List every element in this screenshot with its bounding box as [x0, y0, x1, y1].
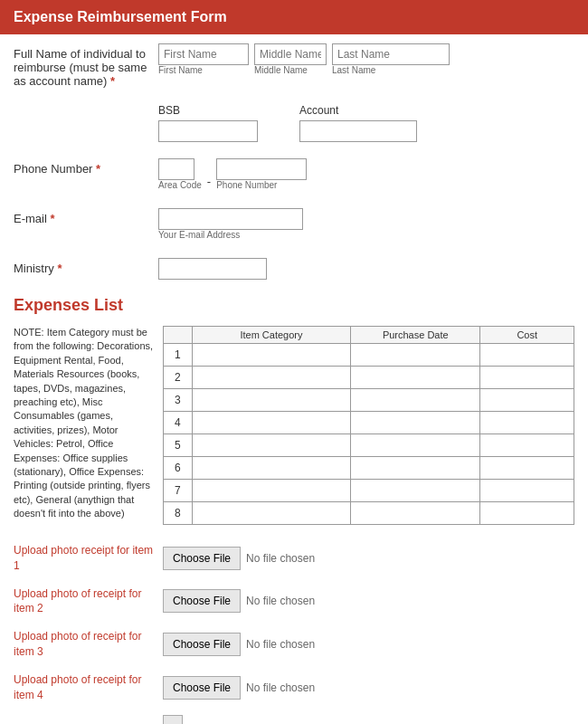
row-num-2: 2 [164, 367, 193, 389]
phone-number-input[interactable] [216, 158, 307, 180]
expenses-table: Item Category Purchase Date Cost 1 2 3 4… [163, 326, 574, 525]
category-input-1[interactable] [195, 346, 347, 364]
row-num-4: 4 [164, 412, 193, 434]
category-cell-6 [192, 457, 350, 480]
bsb-account-row: BSB Account [14, 104, 574, 142]
category-cell-5 [192, 434, 350, 457]
category-input-2[interactable] [195, 368, 347, 386]
expenses-list-title: Expenses List [14, 296, 574, 315]
cost-input-2[interactable] [483, 368, 571, 386]
col-category-header: Item Category [192, 327, 350, 344]
choose-file-btn-4[interactable]: Choose File [163, 676, 241, 700]
cost-cell-6 [480, 457, 574, 480]
email-label: E-mail * [14, 208, 158, 225]
account-input[interactable] [299, 120, 417, 142]
account-group: Account [299, 104, 417, 142]
cost-input-6[interactable] [483, 459, 571, 477]
category-input-4[interactable] [195, 414, 347, 432]
first-name-input[interactable] [158, 43, 249, 65]
bsb-input[interactable] [158, 120, 258, 142]
date-input-4[interactable] [354, 414, 477, 432]
cost-cell-5 [480, 434, 574, 457]
cost-cell-2 [480, 367, 574, 389]
date-input-5[interactable] [354, 436, 477, 454]
date-input-2[interactable] [354, 368, 477, 386]
phone-inputs: Area Code - Phone Number [158, 158, 574, 192]
upload-row-4: Upload photo of receipt for item 4 Choos… [14, 672, 574, 703]
cost-input-3[interactable] [483, 391, 571, 409]
cost-input-1[interactable] [483, 346, 571, 364]
bsb-account-inputs: BSB Account [158, 104, 574, 142]
table-row: 2 [164, 367, 574, 389]
ministry-row: Ministry * Anthem [14, 258, 574, 280]
table-row: 8 [164, 502, 574, 525]
first-name-group: First Name [158, 43, 249, 77]
phone-row: Phone Number * Area Code - Phone Number [14, 158, 574, 192]
cost-input-7[interactable] [483, 481, 571, 500]
row-num-5: 5 [164, 434, 193, 457]
row-num-8: 8 [164, 502, 193, 525]
category-input-8[interactable] [195, 504, 347, 522]
cost-cell-1 [480, 344, 574, 367]
row-num-1: 1 [164, 344, 193, 367]
page-title: Expense Reimbursement Form [14, 9, 227, 24]
ministry-inputs: Anthem [158, 258, 574, 280]
category-input-5[interactable] [195, 436, 347, 454]
date-cell-8 [351, 502, 480, 525]
upload-label-4: Upload photo of receipt for item 4 [14, 672, 154, 703]
date-input-1[interactable] [354, 346, 477, 364]
choose-file-btn-5[interactable] [163, 715, 183, 724]
phone-number-label: Phone Number [216, 180, 307, 190]
date-cell-7 [351, 480, 480, 502]
upload-label-3: Upload photo of receipt for item 3 [14, 629, 154, 660]
table-row: 3 [164, 389, 574, 412]
cost-input-5[interactable] [483, 436, 571, 454]
date-input-7[interactable] [354, 481, 477, 500]
cost-cell-4 [480, 412, 574, 434]
category-input-3[interactable] [195, 391, 347, 409]
file-input-wrapper-2: Choose File No file chosen [163, 589, 315, 613]
category-input-7[interactable] [195, 481, 347, 500]
first-name-label: First Name [158, 65, 249, 75]
choose-file-btn-2[interactable]: Choose File [163, 589, 241, 613]
date-input-6[interactable] [354, 459, 477, 477]
cost-cell-3 [480, 389, 574, 412]
category-cell-2 [192, 367, 350, 389]
last-name-group: Last Name [332, 43, 450, 77]
cost-input-4[interactable] [483, 414, 571, 432]
choose-file-btn-3[interactable]: Choose File [163, 633, 241, 656]
file-input-wrapper-4: Choose File No file chosen [163, 676, 315, 700]
date-input-8[interactable] [354, 504, 477, 522]
category-cell-4 [192, 412, 350, 434]
table-row: 4 [164, 412, 574, 434]
category-input-6[interactable] [195, 459, 347, 477]
date-cell-3 [351, 389, 480, 412]
middle-name-input[interactable] [254, 43, 327, 65]
last-name-input[interactable] [332, 43, 450, 65]
ministry-input[interactable]: Anthem [158, 258, 267, 280]
file-input-wrapper-1: Choose File No file chosen [163, 547, 315, 570]
email-group: Your E-mail Address [158, 208, 303, 242]
bsb-label: BSB [158, 104, 258, 117]
file-status-3: No file chosen [246, 638, 315, 651]
row-num-3: 3 [164, 389, 193, 412]
upload-label-1: Upload photo receipt for item 1 [14, 543, 154, 574]
cost-input-8[interactable] [483, 504, 571, 522]
cost-cell-8 [480, 502, 574, 525]
category-cell-3 [192, 389, 350, 412]
area-code-input[interactable] [158, 158, 194, 180]
choose-file-btn-1[interactable]: Choose File [163, 547, 241, 570]
file-status-2: No file chosen [246, 595, 315, 607]
date-input-3[interactable] [354, 391, 477, 409]
note-text: NOTE: Item Category must be from the fol… [14, 326, 154, 525]
email-row: E-mail * Your E-mail Address [14, 208, 574, 242]
area-code-group: Area Code [158, 158, 202, 192]
account-label: Account [299, 104, 417, 117]
date-cell-2 [351, 367, 480, 389]
upload-row-3: Upload photo of receipt for item 3 Choos… [14, 629, 574, 660]
form-content: Full Name of individual to reimburse (mu… [0, 34, 588, 724]
email-input[interactable] [158, 208, 303, 230]
bsb-account-spacer [14, 104, 158, 108]
date-cell-5 [351, 434, 480, 457]
last-name-label: Last Name [332, 65, 450, 75]
